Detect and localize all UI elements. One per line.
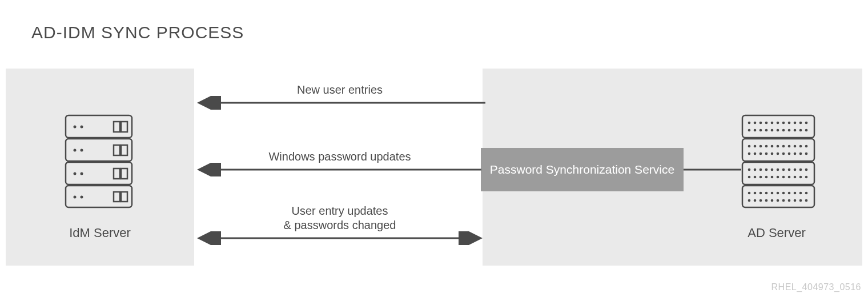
svg-point-92 [760, 192, 762, 195]
svg-point-109 [794, 199, 797, 202]
svg-point-58 [754, 152, 757, 155]
svg-point-104 [765, 199, 768, 202]
svg-point-69 [754, 168, 757, 171]
svg-point-110 [799, 199, 802, 202]
svg-point-32 [794, 122, 797, 125]
arrow-new-users [194, 96, 485, 110]
password-sync-service-label: Password Synchronization Service [490, 162, 674, 177]
svg-point-90 [748, 192, 751, 195]
svg-point-89 [805, 176, 808, 179]
svg-point-65 [794, 152, 797, 155]
svg-point-95 [777, 192, 779, 195]
svg-point-5 [81, 126, 83, 129]
svg-point-9 [81, 172, 83, 175]
svg-point-50 [771, 145, 774, 148]
svg-rect-17 [121, 168, 127, 179]
svg-rect-16 [114, 168, 120, 179]
server-rack-icon [65, 114, 133, 208]
svg-point-68 [748, 168, 751, 171]
svg-point-96 [782, 192, 785, 195]
arrow-label-win-passwords: Windows password updates [194, 150, 485, 163]
svg-point-66 [799, 152, 802, 155]
svg-point-71 [765, 168, 768, 171]
svg-point-67 [805, 152, 808, 155]
svg-point-36 [754, 129, 757, 132]
svg-point-78 [805, 168, 808, 171]
svg-point-37 [760, 129, 762, 132]
svg-point-25 [754, 122, 757, 125]
svg-point-98 [794, 192, 797, 195]
svg-point-86 [788, 176, 791, 179]
arrow-label-new-users: New user entries [194, 83, 485, 97]
svg-point-99 [799, 192, 802, 195]
svg-point-43 [794, 129, 797, 132]
idm-server-label: IdM Server [49, 226, 151, 240]
svg-point-107 [782, 199, 785, 202]
svg-point-42 [788, 129, 791, 132]
svg-point-88 [799, 176, 802, 179]
svg-point-33 [799, 122, 802, 125]
arrow-label-bidirectional: User entry updates & passwords changed [194, 204, 485, 232]
svg-point-84 [777, 176, 779, 179]
svg-point-63 [782, 152, 785, 155]
svg-point-34 [805, 122, 808, 125]
svg-point-76 [794, 168, 797, 171]
ad-server-label: AD Server [725, 226, 828, 240]
svg-point-56 [805, 145, 808, 148]
svg-rect-21 [742, 139, 814, 161]
svg-point-4 [74, 126, 77, 129]
arrow-bidirectional [194, 231, 485, 245]
svg-point-11 [81, 196, 83, 199]
svg-point-44 [799, 129, 802, 132]
server-dense-rack-icon [741, 114, 815, 208]
svg-rect-18 [114, 192, 120, 202]
svg-point-41 [782, 129, 785, 132]
svg-point-73 [777, 168, 779, 171]
svg-rect-19 [121, 192, 127, 202]
connector-syncbox-to-ad [684, 168, 741, 171]
diagram-title: AD-IDM SYNC PROCESS [31, 23, 244, 42]
svg-point-7 [81, 149, 83, 152]
svg-rect-22 [742, 162, 814, 184]
svg-point-83 [771, 176, 774, 179]
svg-point-93 [765, 192, 768, 195]
svg-point-70 [760, 168, 762, 171]
svg-point-85 [782, 176, 785, 179]
arrow-windows-passwords [194, 163, 481, 176]
svg-point-46 [748, 145, 751, 148]
svg-point-80 [754, 176, 757, 179]
svg-rect-20 [742, 115, 814, 138]
svg-point-105 [771, 199, 774, 202]
svg-point-31 [788, 122, 791, 125]
svg-rect-14 [114, 145, 120, 155]
svg-rect-12 [114, 122, 120, 132]
svg-point-77 [799, 168, 802, 171]
svg-point-103 [760, 199, 762, 202]
svg-point-62 [777, 152, 779, 155]
svg-point-72 [771, 168, 774, 171]
svg-point-49 [765, 145, 768, 148]
password-sync-service-box: Password Synchronization Service [481, 148, 684, 191]
svg-point-38 [765, 129, 768, 132]
svg-point-61 [771, 152, 774, 155]
svg-point-40 [777, 129, 779, 132]
svg-point-102 [754, 199, 757, 202]
svg-point-28 [771, 122, 774, 125]
svg-point-10 [74, 196, 77, 199]
svg-point-54 [794, 145, 797, 148]
svg-point-111 [805, 199, 808, 202]
svg-point-101 [748, 199, 751, 202]
svg-point-82 [765, 176, 768, 179]
svg-point-55 [799, 145, 802, 148]
svg-point-29 [777, 122, 779, 125]
svg-point-53 [788, 145, 791, 148]
svg-point-79 [748, 176, 751, 179]
svg-point-6 [74, 149, 77, 152]
svg-point-64 [788, 152, 791, 155]
svg-point-87 [794, 176, 797, 179]
svg-point-35 [748, 129, 751, 132]
svg-point-26 [760, 122, 762, 125]
svg-point-91 [754, 192, 757, 195]
svg-point-97 [788, 192, 791, 195]
svg-point-57 [748, 152, 751, 155]
